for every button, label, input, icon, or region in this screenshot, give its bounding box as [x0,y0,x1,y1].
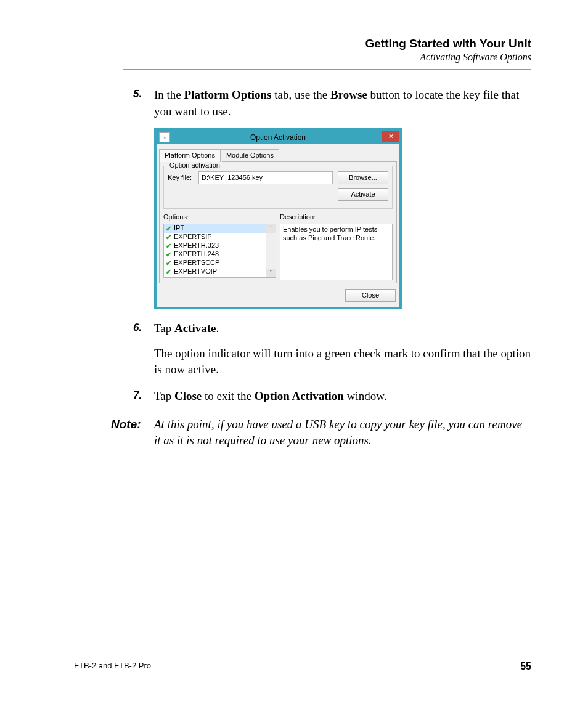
tab-platform-options[interactable]: Platform Options [159,149,221,161]
description-box: Enables you to perform IP tests such as … [280,224,393,280]
options-listbox[interactable]: ✔IPT ✔EXPERTSIP ✔EXPERTH.323 ✔EXPERTH.24… [163,224,276,278]
step-5-text: In the Platform Options tab, use the Bro… [154,87,531,120]
check-icon: ✔ [166,235,172,240]
keyfile-input[interactable]: D:\KEY_123456.key [198,171,333,184]
options-column-label: Options: [163,213,276,222]
check-icon: ✔ [166,243,172,248]
groupbox-title: Option activation [168,161,222,170]
step-7-text: Tap Close to exit the Option Activation … [154,388,531,405]
activate-button[interactable]: Activate [338,188,388,201]
step-number-5: 5. [133,87,142,102]
description-column-label: Description: [280,213,393,222]
list-item[interactable]: ✔EXPERTSCCP [164,259,266,267]
note-text: At this point, if you have used a USB ke… [154,416,531,449]
check-icon: ✔ [166,261,172,266]
list-item[interactable]: ✔IPT [164,224,266,233]
check-icon: ✔ [166,226,172,231]
window-titlebar: ▫ Option Activation ✕ [157,131,399,144]
step-6-text: Tap Activate. [154,320,531,337]
list-item[interactable]: ✔EXPERTH.248 [164,250,266,259]
note-label: Note: [111,416,154,449]
window-title: Option Activation [250,132,306,143]
footer-product: FTB-2 and FTB-2 Pro [74,661,151,672]
page-number: 55 [520,661,531,672]
chevron-up-icon[interactable]: ˄ [266,224,276,233]
list-item[interactable]: ✔EXPERTSIP [164,233,266,241]
app-icon: ▫ [159,132,170,142]
keyfile-label: Key file: [168,173,198,182]
page-header-subtitle: Activating Software Options [123,52,531,63]
close-button[interactable]: Close [345,289,396,302]
step-6-para2: The option indicator will turn into a gr… [154,346,531,378]
list-item[interactable]: ✔EXPERTVOIP [164,267,266,276]
tab-module-options[interactable]: Module Options [221,149,279,161]
step-number-7: 7. [133,388,142,403]
list-item[interactable]: ✔EXPERTH.323 [164,241,266,250]
step-number-6: 6. [133,320,142,335]
header-divider [123,69,531,70]
chevron-down-icon[interactable]: ˅ [266,269,276,277]
check-icon: ✔ [166,252,172,257]
check-icon: ✔ [166,269,172,274]
option-activation-window: ▫ Option Activation ✕ Platform Options M… [154,128,402,309]
page-header-title: Getting Started with Your Unit [123,37,531,51]
scrollbar[interactable]: ˄ ˅ [266,224,276,277]
close-icon[interactable]: ✕ [382,131,399,142]
browse-button[interactable]: Browse... [338,171,388,184]
